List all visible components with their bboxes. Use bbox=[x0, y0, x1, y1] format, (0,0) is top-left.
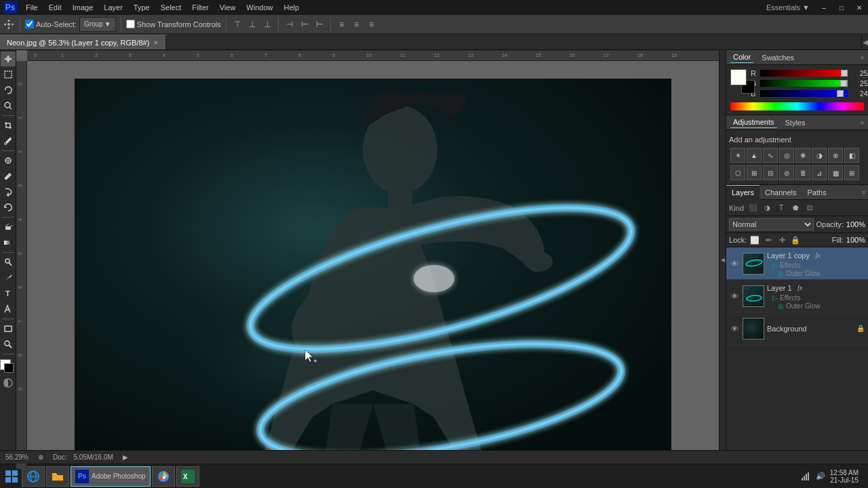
threshold-icon[interactable]: ⊿ bbox=[812, 165, 827, 180]
network-icon[interactable] bbox=[800, 471, 811, 482]
healing-brush-tool[interactable] bbox=[1, 153, 16, 168]
invert-icon[interactable]: ⊘ bbox=[779, 165, 794, 180]
volume-icon[interactable]: 🔊 bbox=[815, 471, 826, 482]
green-slider[interactable] bbox=[760, 80, 848, 87]
menu-window[interactable]: Window bbox=[241, 0, 278, 15]
filter-adjust-icon[interactable]: ◑ bbox=[761, 202, 773, 214]
workspace-selector[interactable]: Essentials ▼ bbox=[761, 3, 815, 12]
filter-pixel-icon[interactable]: ⬛ bbox=[747, 202, 759, 214]
tab-close-btn[interactable]: ✕ bbox=[153, 39, 159, 46]
lock-pixels-icon[interactable]: ✏ bbox=[763, 235, 774, 245]
layer-eye-layer1copy[interactable]: 👁 bbox=[729, 258, 740, 269]
tab-paths[interactable]: Paths bbox=[802, 185, 832, 200]
quick-mask-btn[interactable] bbox=[3, 378, 14, 388]
layer-item-layer1copy[interactable]: 👁 Layer 1 copy fx bbox=[726, 247, 868, 280]
brightness-contrast-icon[interactable]: ☀ bbox=[730, 148, 745, 163]
distribute-icon3[interactable]: ≡ bbox=[366, 18, 378, 30]
blue-slider[interactable] bbox=[760, 90, 848, 97]
tab-styles[interactable]: Styles bbox=[783, 117, 808, 128]
align-bottom-icon[interactable]: ⊥ bbox=[261, 18, 273, 30]
doc-tab[interactable]: Neon.jpg @ 56.3% (Layer 1 copy, RGB/8#) … bbox=[0, 35, 166, 49]
layer1-fx[interactable]: fx bbox=[795, 283, 806, 293]
channel-mixer-icon[interactable]: ⊞ bbox=[747, 165, 762, 180]
lasso-tool[interactable] bbox=[1, 83, 16, 98]
canvas-container[interactable]: + bbox=[27, 61, 719, 469]
panel-collapse-btn[interactable]: ◀ bbox=[861, 35, 868, 49]
history-brush-tool[interactable] bbox=[1, 200, 16, 215]
menu-help[interactable]: Help bbox=[278, 0, 304, 15]
tab-channels[interactable]: Channels bbox=[760, 185, 802, 200]
start-btn[interactable] bbox=[3, 466, 20, 487]
menu-layer[interactable]: Layer bbox=[98, 0, 128, 15]
menu-filter[interactable]: Filter bbox=[186, 0, 214, 15]
color-balance-icon[interactable]: ⊕ bbox=[828, 148, 843, 163]
filter-shape-icon[interactable]: ⬟ bbox=[789, 202, 802, 214]
gradient-tool[interactable] bbox=[1, 235, 16, 250]
zoom-indicator-btn[interactable]: ⊕ bbox=[35, 452, 46, 463]
quick-selection-tool[interactable] bbox=[1, 98, 16, 113]
auto-select-input[interactable] bbox=[25, 20, 34, 28]
filter-type-icon[interactable]: T bbox=[775, 202, 787, 214]
align-top-icon[interactable]: ⊤ bbox=[231, 18, 243, 30]
maximize-btn[interactable]: □ bbox=[833, 0, 850, 15]
lock-all-icon[interactable]: 🔒 bbox=[790, 235, 801, 245]
background-color[interactable] bbox=[4, 363, 14, 373]
layers-panel-collapse[interactable]: ≡ bbox=[862, 189, 865, 196]
layer-eye-background[interactable]: 👁 bbox=[729, 323, 740, 334]
transform-input[interactable] bbox=[126, 20, 135, 28]
menu-select[interactable]: Select bbox=[155, 0, 187, 15]
adj-panel-collapse[interactable]: ≡ bbox=[861, 119, 864, 126]
selective-color-icon[interactable]: ⊞ bbox=[844, 165, 859, 180]
tab-color[interactable]: Color bbox=[730, 52, 753, 63]
layer-item-layer1[interactable]: 👁 Layer 1 fx bbox=[726, 280, 868, 312]
taskbar-explorer[interactable] bbox=[46, 466, 69, 487]
levels-icon[interactable]: ▲ bbox=[747, 148, 762, 163]
lock-transparent-icon[interactable]: ⬜ bbox=[749, 235, 760, 245]
align-right-icon[interactable]: ⊢ bbox=[313, 18, 326, 30]
align-left-icon[interactable]: ⊣ bbox=[283, 18, 296, 30]
dodge-tool[interactable] bbox=[1, 255, 16, 270]
taskbar-ie[interactable] bbox=[22, 466, 45, 487]
menu-view[interactable]: View bbox=[214, 0, 241, 15]
tab-swatches[interactable]: Swatches bbox=[759, 52, 797, 63]
tab-adjustments[interactable]: Adjustments bbox=[730, 117, 777, 128]
minimize-btn[interactable]: – bbox=[815, 0, 833, 15]
color-lookup-icon[interactable]: ⊟ bbox=[763, 165, 778, 180]
black-white-icon[interactable]: ◧ bbox=[844, 148, 859, 163]
move-tool[interactable] bbox=[1, 52, 16, 66]
curves-icon[interactable]: ∿ bbox=[763, 148, 778, 163]
distribute-icon1[interactable]: ≡ bbox=[336, 18, 348, 30]
rectangle-tool[interactable] bbox=[1, 321, 16, 336]
blend-mode-select[interactable]: Normal Multiply Screen Overlay bbox=[729, 218, 814, 230]
layer-eye-layer1[interactable]: 👁 bbox=[729, 291, 740, 302]
right-panel-collapse[interactable]: ◀ bbox=[719, 50, 726, 469]
pen-tool[interactable] bbox=[1, 270, 16, 285]
posterize-icon[interactable]: ≣ bbox=[795, 165, 810, 180]
color-swatches[interactable] bbox=[730, 69, 747, 96]
red-slider[interactable] bbox=[760, 70, 848, 77]
group-dropdown[interactable]: Group ▼ bbox=[79, 17, 116, 32]
vibrance-icon[interactable]: ❋ bbox=[795, 148, 810, 163]
transform-controls-checkbox[interactable]: Show Transform Controls bbox=[126, 20, 221, 28]
exposure-icon[interactable]: ◎ bbox=[779, 148, 794, 163]
filter-smart-icon[interactable]: ⊡ bbox=[804, 202, 816, 214]
color-panel-collapse[interactable]: ≡ bbox=[861, 54, 864, 61]
layer-item-background[interactable]: 👁 Background 🔒 bbox=[726, 312, 868, 345]
auto-select-checkbox[interactable]: Auto-Select: bbox=[25, 20, 77, 28]
distribute-icon2[interactable]: ≡ bbox=[351, 18, 363, 30]
align-hcenter-icon[interactable]: ⊢ bbox=[298, 18, 311, 30]
color-selector[interactable] bbox=[0, 359, 16, 375]
type-tool[interactable]: T bbox=[1, 286, 16, 301]
tab-layers[interactable]: Layers bbox=[726, 185, 760, 200]
zoom-tool[interactable] bbox=[1, 337, 16, 352]
menu-edit[interactable]: Edit bbox=[43, 0, 67, 15]
taskbar-ps[interactable]: Ps Adobe Photoshop bbox=[71, 466, 151, 487]
rectangular-marquee-tool[interactable] bbox=[1, 67, 16, 82]
crop-tool[interactable] bbox=[1, 118, 16, 133]
foreground-swatch[interactable] bbox=[730, 69, 747, 85]
photo-filter-icon[interactable]: ⬡ bbox=[730, 165, 745, 180]
clone-stamp-tool[interactable] bbox=[1, 184, 16, 199]
path-selection-tool[interactable] bbox=[1, 302, 16, 317]
menu-file[interactable]: File bbox=[20, 0, 43, 15]
eyedropper-tool[interactable] bbox=[1, 134, 16, 148]
